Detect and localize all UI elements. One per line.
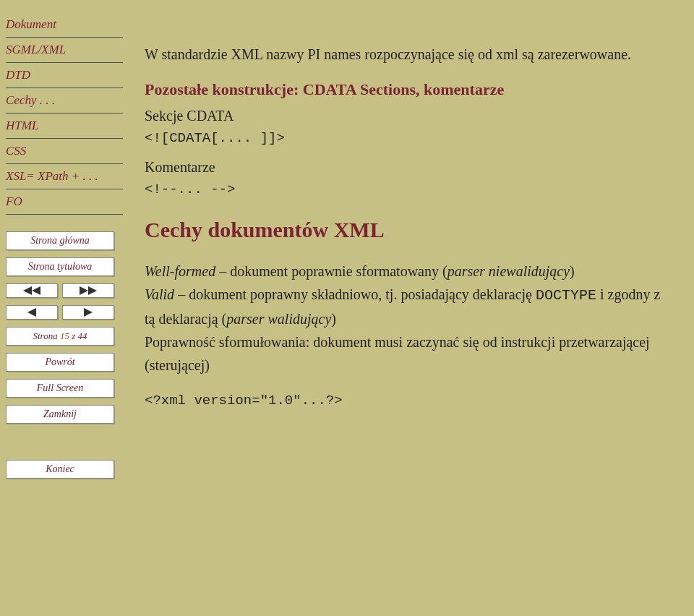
page-indicator: Strona 15 z 44 — [6, 327, 114, 346]
nav-link-dokument[interactable]: Dokument — [6, 14, 123, 35]
double-rewind-icon — [23, 286, 40, 295]
em-valid: Valid — [145, 286, 174, 302]
em-wellformed: Well-formed — [145, 263, 215, 279]
fast-forward-button[interactable] — [62, 283, 114, 298]
nav-link-sgml-xml[interactable]: SGML/XML — [6, 40, 123, 60]
code-cdata: <![CDATA[.... ]]> — [145, 130, 672, 146]
triangle-left-icon — [23, 308, 40, 317]
svg-marker-2 — [80, 286, 88, 295]
svg-marker-0 — [23, 286, 32, 295]
section-label-comments: Komentarze — [145, 159, 672, 176]
em-parser-niewal: parser niewalidujący — [447, 263, 570, 279]
nav-links: Dokument SGML/XML DTD Cechy . . . HTML C… — [6, 14, 123, 217]
page-prefix: Strona — [33, 330, 59, 341]
text-poprawnosc: Poprawność sformułowania: dokument musi … — [145, 334, 650, 373]
code-xml-decl: <?xml version="1.0"...?> — [145, 393, 672, 408]
nav-link-fo[interactable]: FO — [6, 192, 123, 212]
intro-paragraph: W standardzie XML nazwy PI names rozpocz… — [145, 43, 672, 66]
heading-cechy: Cechy dokumentów XML — [145, 218, 672, 242]
main-content: W standardzie XML nazwy PI names rozpocz… — [123, 0, 694, 616]
button-group: Strona główna Strona tytułowa Strona 15 … — [6, 231, 114, 424]
svg-marker-5 — [84, 308, 93, 317]
nav-link-dtd[interactable]: DTD — [6, 65, 123, 85]
mono-doctype: DOCTYPE — [536, 287, 596, 304]
double-forward-icon — [80, 286, 97, 295]
body-text: Well-formed – dokument poprawnie sformat… — [145, 260, 672, 377]
svg-marker-4 — [27, 308, 36, 317]
close-button[interactable]: Zamknij — [6, 405, 114, 424]
nav-link-xsl[interactable]: XSL= XPath + . . . — [6, 166, 123, 187]
home-button[interactable]: Strona główna — [6, 231, 114, 250]
svg-marker-1 — [32, 286, 40, 295]
fullscreen-button[interactable]: Full Screen — [6, 379, 114, 398]
subheading-cdata: Pozostałe konstrukcje: CDATA Sections, k… — [145, 80, 672, 99]
next-button[interactable] — [62, 305, 114, 320]
page-mid: z — [69, 330, 78, 341]
page-current: 15 — [60, 330, 69, 341]
nav-link-css[interactable]: CSS — [6, 141, 123, 161]
triangle-right-icon — [80, 308, 97, 317]
end-button[interactable]: Koniec — [6, 460, 114, 479]
nav-link-cechy[interactable]: Cechy . . . — [6, 90, 123, 111]
nav-link-html[interactable]: HTML — [6, 116, 123, 136]
title-page-button[interactable]: Strona tytułowa — [6, 257, 114, 276]
svg-marker-3 — [88, 286, 97, 295]
em-parser-walid: parser walidujący — [226, 311, 331, 327]
sidebar: Dokument SGML/XML DTD Cechy . . . HTML C… — [0, 0, 123, 616]
prev-button[interactable] — [6, 305, 58, 320]
section-label-cdata: Sekcje CDATA — [145, 108, 672, 124]
page-total: 44 — [78, 330, 87, 341]
fast-back-button[interactable] — [6, 283, 58, 298]
code-comment: <!--... --> — [145, 181, 672, 197]
back-button[interactable]: Powrót — [6, 353, 114, 372]
